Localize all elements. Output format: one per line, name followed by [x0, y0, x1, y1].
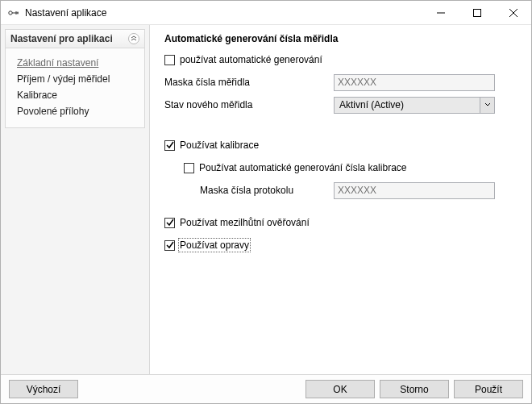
close-button[interactable]	[495, 1, 531, 24]
sidebar-item-label: Základní nastavení	[17, 57, 98, 69]
minimize-button[interactable]	[422, 1, 459, 24]
checkbox-box-icon	[164, 240, 175, 251]
mask-label: Maska čísla měřidla	[164, 77, 334, 88]
auto-generate-checkbox[interactable]: používat automatické generování	[164, 54, 322, 65]
footer: Výchozí OK Storno Použít	[1, 374, 531, 403]
app-icon	[7, 6, 20, 19]
ok-button[interactable]: OK	[305, 380, 375, 398]
sidebar-panel: Nastavení pro aplikaci Základní nastaven…	[5, 29, 145, 128]
checkbox-label: Používat opravy	[180, 239, 249, 251]
titlebar: Nastavení aplikace	[1, 1, 531, 25]
checkbox-box-icon	[164, 218, 175, 228]
sidebar-item-basic-settings[interactable]: Základní nastavení	[17, 55, 141, 71]
sidebar-header-label: Nastavení pro aplikaci	[10, 33, 113, 44]
defaults-button[interactable]: Výchozí	[9, 380, 78, 398]
state-select[interactable]: Aktivní (Active)	[334, 97, 495, 114]
svg-rect-5	[473, 9, 480, 16]
mask-input[interactable]	[334, 74, 495, 91]
checkbox-box-icon	[184, 163, 194, 173]
checkbox-box-icon	[164, 55, 175, 65]
protocol-mask-label: Maska čísla protokolu	[200, 185, 334, 196]
chevron-down-icon	[480, 98, 494, 113]
checkbox-box-icon	[164, 140, 175, 151]
sidebar-item-label: Kalibrace	[17, 90, 57, 101]
sidebar: Nastavení pro aplikaci Základní nastaven…	[1, 25, 150, 374]
cancel-button[interactable]: Storno	[380, 380, 449, 398]
apply-button[interactable]: Použít	[454, 380, 523, 398]
maximize-button[interactable]	[459, 1, 495, 24]
svg-point-0	[9, 10, 12, 14]
use-interim-checkbox[interactable]: Používat mezilhůtní ověřování	[164, 217, 310, 228]
sidebar-item-calibration[interactable]: Kalibrace	[17, 87, 141, 103]
use-calibrations-checkbox[interactable]: Používat kalibrace	[164, 140, 259, 151]
checkbox-label: Používat kalibrace	[180, 140, 259, 151]
sidebar-item-label: Povolené přílohy	[17, 106, 89, 117]
chevron-up-icon[interactable]	[128, 33, 139, 44]
state-label: Stav nového měřidla	[164, 99, 334, 110]
sidebar-item-label: Příjem / výdej měřidel	[17, 73, 110, 85]
settings-window: Nastavení aplikace Nastavení pro aplikac…	[0, 0, 532, 404]
checkbox-label: Používat automatické generování čísla ka…	[199, 162, 406, 173]
select-value: Aktivní (Active)	[335, 99, 480, 110]
section-title: Automatické generování čísla měřidla	[164, 33, 517, 44]
sidebar-header[interactable]: Nastavení pro aplikaci	[6, 30, 144, 48]
window-title: Nastavení aplikace	[25, 7, 106, 19]
auto-generate-calib-checkbox[interactable]: Používat automatické generování čísla ka…	[184, 162, 406, 173]
checkbox-label: Používat mezilhůtní ověřování	[180, 217, 310, 228]
protocol-mask-input[interactable]	[334, 182, 495, 199]
use-repairs-checkbox[interactable]: Používat opravy	[164, 239, 249, 251]
sidebar-item-attachments[interactable]: Povolené přílohy	[17, 103, 141, 119]
sidebar-item-receive-issue[interactable]: Příjem / výdej měřidel	[17, 71, 141, 87]
checkbox-label: používat automatické generování	[180, 54, 322, 65]
content-area: Automatické generování čísla měřidla pou…	[150, 25, 531, 374]
